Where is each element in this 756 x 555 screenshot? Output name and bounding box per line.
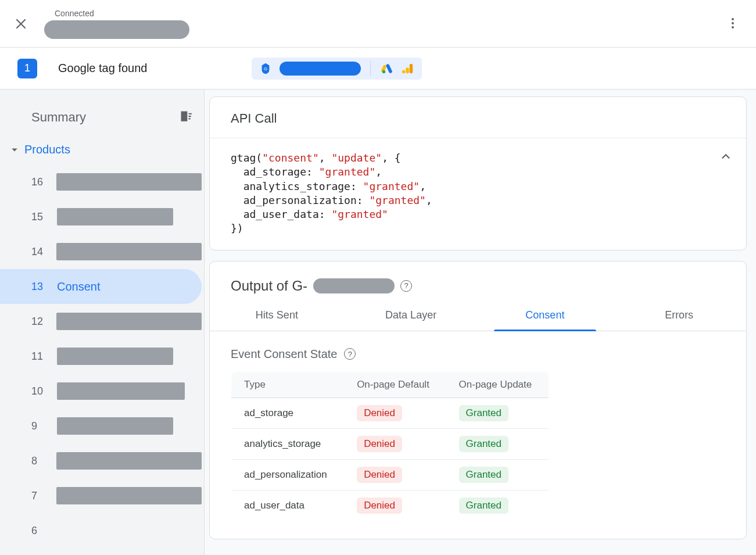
event-number: 13 <box>31 281 48 293</box>
redacted-event-label <box>56 173 202 191</box>
help-icon[interactable]: ? <box>400 280 412 292</box>
divider <box>370 61 371 76</box>
redacted-event-label <box>56 313 202 330</box>
table-row: analytics_storageDeniedGranted <box>231 428 549 459</box>
chevron-down-icon <box>10 146 19 154</box>
topbar: Connected <box>0 0 756 48</box>
output-header: Output of G- ? <box>210 262 746 300</box>
status-badge: Denied <box>357 436 402 452</box>
products-toggle[interactable]: Products <box>0 131 204 164</box>
products-label: Products <box>24 143 70 156</box>
svg-point-0 <box>732 18 734 20</box>
more-menu-icon[interactable] <box>726 16 740 33</box>
status-badge: Granted <box>459 497 508 514</box>
redacted-event-label <box>57 208 173 225</box>
google-ads-icon <box>380 62 394 76</box>
status-badge: Granted <box>459 405 508 421</box>
sidebar-event-item[interactable]: 16 <box>0 164 202 199</box>
redacted-event-label <box>57 417 173 435</box>
svg-rect-5 <box>386 63 393 73</box>
consent-default-cell: Denied <box>344 398 446 428</box>
tab-hits-sent[interactable]: Hits Sent <box>210 300 344 331</box>
svg-point-2 <box>732 26 734 28</box>
sidebar: Summary Products 16151413Consent12111098… <box>0 89 205 555</box>
redacted-event-label <box>56 243 202 260</box>
svg-rect-7 <box>410 63 413 73</box>
consent-type-cell: analytics_storage <box>231 428 345 459</box>
event-number: 10 <box>31 385 48 398</box>
close-icon[interactable] <box>14 17 28 31</box>
consent-update-cell: Granted <box>446 459 549 490</box>
status-badge: Granted <box>459 467 508 483</box>
sidebar-event-item[interactable]: 9 <box>0 409 202 443</box>
event-number: 16 <box>31 176 47 188</box>
redacted-hostname <box>44 20 189 39</box>
consent-type-cell: ad_personalization <box>231 459 345 490</box>
sidebar-event-item[interactable]: 12 <box>0 304 202 339</box>
redacted-event-label <box>56 452 202 470</box>
gtag-icon: G <box>259 62 273 76</box>
tag-found-bar: 1 Google tag found G <box>0 48 756 89</box>
output-tabs: Hits SentData LayerConsentErrors <box>210 300 746 331</box>
consent-default-cell: Denied <box>344 428 446 459</box>
redacted-measurement-id <box>313 278 395 293</box>
svg-text:G: G <box>264 66 268 71</box>
event-consent-state-section: Event Consent State ? TypeOn-page Defaul… <box>210 331 746 539</box>
svg-point-6 <box>382 70 386 73</box>
sidebar-event-item[interactable]: 11 <box>0 339 202 374</box>
sidebar-event-item[interactable]: 6 <box>0 513 202 548</box>
event-number: 8 <box>31 455 47 467</box>
help-icon[interactable]: ? <box>344 348 356 360</box>
event-consent-state-title-row: Event Consent State ? <box>231 348 725 361</box>
svg-rect-8 <box>406 67 410 73</box>
event-number: 15 <box>31 211 48 223</box>
sidebar-event-item[interactable]: 14 <box>0 234 202 269</box>
sidebar-event-item[interactable]: 7 <box>0 478 202 513</box>
table-header-cell: On-page Update <box>446 371 549 398</box>
table-row: ad_personalizationDeniedGranted <box>231 459 549 490</box>
svg-point-1 <box>732 22 734 24</box>
status-badge: Denied <box>357 467 402 483</box>
output-title-prefix: Output of G- <box>231 278 307 294</box>
collapse-icon[interactable] <box>719 150 732 165</box>
sidebar-event-item[interactable]: 8 <box>0 443 202 478</box>
event-number: 6 <box>31 525 48 537</box>
event-number: 11 <box>31 350 48 363</box>
status-badge: Denied <box>357 405 402 421</box>
table-row: ad_storageDeniedGranted <box>231 398 549 428</box>
connection-block: Connected <box>44 9 189 39</box>
tag-found-text: Google tag found <box>58 62 147 75</box>
clear-icon[interactable] <box>177 108 192 127</box>
event-consent-state-title: Event Consent State <box>231 348 337 361</box>
body: Summary Products 16151413Consent12111098… <box>0 89 756 555</box>
tab-errors[interactable]: Errors <box>612 300 746 331</box>
consent-update-cell: Granted <box>446 428 549 459</box>
api-call-code: gtag("consent", "update", { ad_storage: … <box>210 138 746 250</box>
consent-update-cell: Granted <box>446 490 549 521</box>
tab-data-layer[interactable]: Data Layer <box>344 300 478 331</box>
consent-default-cell: Denied <box>344 459 446 490</box>
event-number: 14 <box>31 246 47 258</box>
redacted-tag-id <box>280 62 361 76</box>
output-card: Output of G- ? Hits SentData LayerConsen… <box>209 261 747 539</box>
summary-row[interactable]: Summary <box>0 103 204 131</box>
event-number: 7 <box>31 490 47 502</box>
sidebar-event-item[interactable]: 13Consent <box>0 269 202 304</box>
event-label: Consent <box>57 280 101 293</box>
tag-chip[interactable]: G <box>252 58 422 80</box>
event-number: 12 <box>31 316 47 328</box>
table-header-row: TypeOn-page DefaultOn-page Update <box>231 371 549 398</box>
tab-consent[interactable]: Consent <box>478 300 612 331</box>
consent-default-cell: Denied <box>344 490 446 521</box>
api-call-title: API Call <box>210 97 746 138</box>
main: API Call gtag("consent", "update", { ad_… <box>205 89 756 555</box>
code-area: gtag("consent", "update", { ad_storage: … <box>210 138 746 250</box>
svg-point-9 <box>402 70 406 73</box>
event-number: 9 <box>31 420 48 432</box>
redacted-event-label <box>56 487 202 504</box>
sidebar-event-item[interactable]: 10 <box>0 374 202 409</box>
summary-label: Summary <box>31 110 86 125</box>
sidebar-event-item[interactable]: 15 <box>0 199 202 234</box>
table-row: ad_user_dataDeniedGranted <box>231 490 549 521</box>
consent-table: TypeOn-page DefaultOn-page Update ad_sto… <box>231 371 549 521</box>
